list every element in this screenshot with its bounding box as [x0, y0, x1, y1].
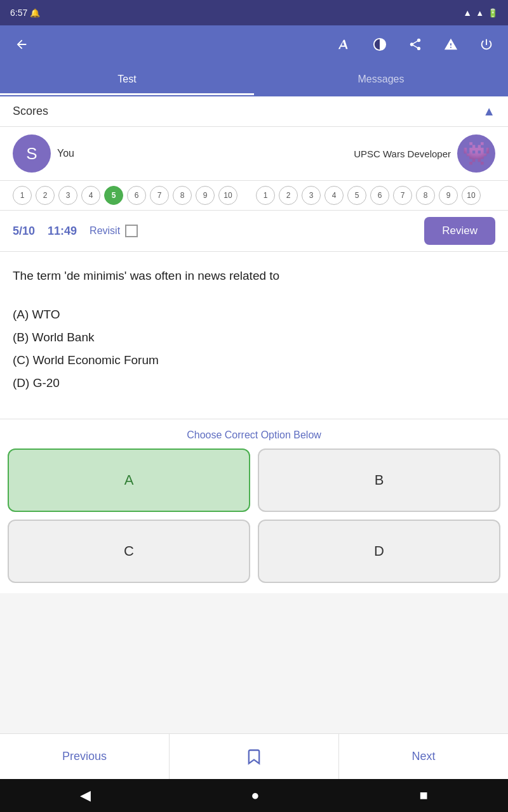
- robot-icon: 👾: [462, 142, 491, 165]
- wifi-icon: ▲: [463, 8, 472, 18]
- player-you-avatar: S: [13, 134, 51, 173]
- android-back-button[interactable]: ◀: [80, 787, 91, 804]
- android-home-button[interactable]: ●: [251, 787, 259, 804]
- question-status: 5/10 11:49 Revisit Review: [0, 211, 508, 252]
- scores-title: Scores: [13, 105, 48, 118]
- android-nav: ◀ ● ■: [0, 779, 508, 812]
- tab-bar: Test Messages: [0, 63, 508, 96]
- answer-btn-c[interactable]: C: [8, 520, 250, 583]
- players-row: S You UPSC Wars Developer 👾: [0, 127, 508, 181]
- opponent-label: UPSC Wars Developer: [354, 148, 451, 159]
- circle-you-1[interactable]: 1: [13, 186, 32, 205]
- back-button[interactable]: [10, 33, 33, 56]
- circle-you-10[interactable]: 10: [218, 186, 237, 205]
- question-number: 5/10: [13, 225, 35, 238]
- circles-row: 1 2 3 4 5 6 7 8 9 10 1 2 3 4 5 6 7 8 9 1…: [0, 181, 508, 211]
- power-icon[interactable]: [475, 33, 498, 56]
- tab-test[interactable]: Test: [0, 63, 254, 95]
- option-d: (D) G-20: [13, 372, 495, 395]
- choose-label: Choose Correct Option Below: [0, 419, 508, 449]
- circle-opp-3[interactable]: 3: [302, 186, 321, 205]
- circle-you-4[interactable]: 4: [81, 186, 100, 205]
- answer-btn-a[interactable]: A: [8, 449, 250, 512]
- bottom-nav: Previous Next: [0, 733, 508, 779]
- circle-opp-6[interactable]: 6: [370, 186, 389, 205]
- question-content: The term 'de minimis' was often in news …: [0, 252, 508, 419]
- notification-icon: 🔔: [30, 8, 40, 18]
- option-b: (B) World Bank: [13, 326, 495, 349]
- bookmark-button[interactable]: [169, 734, 339, 779]
- status-bar: 6:57 🔔 ▲ ▲ 🔋: [0, 0, 508, 25]
- circle-you-9[interactable]: 9: [196, 186, 215, 205]
- scores-header[interactable]: Scores ▲: [0, 96, 508, 127]
- app-bar: [0, 25, 508, 63]
- circle-opp-7[interactable]: 7: [393, 186, 412, 205]
- circle-you-7[interactable]: 7: [150, 186, 169, 205]
- revisit-container[interactable]: Revisit: [90, 225, 138, 237]
- circles-group-you: 1 2 3 4 5 6 7 8 9 10: [13, 186, 252, 205]
- battery-icon: 🔋: [488, 8, 498, 18]
- option-c: (C) World Economic Forum: [13, 349, 495, 372]
- circles-group-opponent: 1 2 3 4 5 6 7 8 9 10: [256, 186, 495, 205]
- circle-opp-4[interactable]: 4: [324, 186, 344, 205]
- circle-you-8[interactable]: 8: [173, 186, 192, 205]
- circle-opp-1[interactable]: 1: [256, 186, 275, 205]
- circle-opp-5[interactable]: 5: [347, 186, 366, 205]
- question-timer: 11:49: [48, 225, 77, 238]
- text-size-icon[interactable]: [333, 33, 356, 56]
- revisit-checkbox[interactable]: [125, 225, 138, 237]
- share-icon[interactable]: [404, 33, 427, 56]
- scores-chevron-icon: ▲: [483, 104, 495, 119]
- circle-you-2[interactable]: 2: [36, 186, 55, 205]
- tab-messages[interactable]: Messages: [254, 63, 508, 95]
- revisit-label: Revisit: [90, 225, 120, 237]
- warning-icon[interactable]: [439, 33, 462, 56]
- previous-button[interactable]: Previous: [0, 734, 169, 779]
- opponent-avatar: 👾: [457, 134, 495, 173]
- question-text: The term 'de minimis' was often in news …: [13, 267, 495, 395]
- android-recent-button[interactable]: ■: [420, 787, 428, 804]
- answer-btn-b[interactable]: B: [258, 449, 500, 512]
- signal-icon: ▲: [476, 8, 484, 18]
- player-you-label: You: [57, 148, 74, 159]
- review-button[interactable]: Review: [424, 217, 495, 245]
- circle-you-6[interactable]: 6: [127, 186, 146, 205]
- answer-btn-d[interactable]: D: [258, 520, 500, 583]
- circle-you-3[interactable]: 3: [58, 186, 77, 205]
- option-a: (A) WTO: [13, 303, 495, 326]
- circle-opp-2[interactable]: 2: [279, 186, 298, 205]
- next-button[interactable]: Next: [339, 734, 508, 779]
- circle-opp-9[interactable]: 9: [439, 186, 458, 205]
- brightness-icon[interactable]: [368, 33, 391, 56]
- circle-opp-8[interactable]: 8: [416, 186, 435, 205]
- circle-opp-10[interactable]: 10: [462, 186, 481, 205]
- answer-grid: A B C D: [0, 449, 508, 593]
- options-list: (A) WTO (B) World Bank (C) World Economi…: [13, 303, 495, 395]
- circle-you-5[interactable]: 5: [104, 186, 123, 205]
- status-time: 6:57: [10, 8, 27, 18]
